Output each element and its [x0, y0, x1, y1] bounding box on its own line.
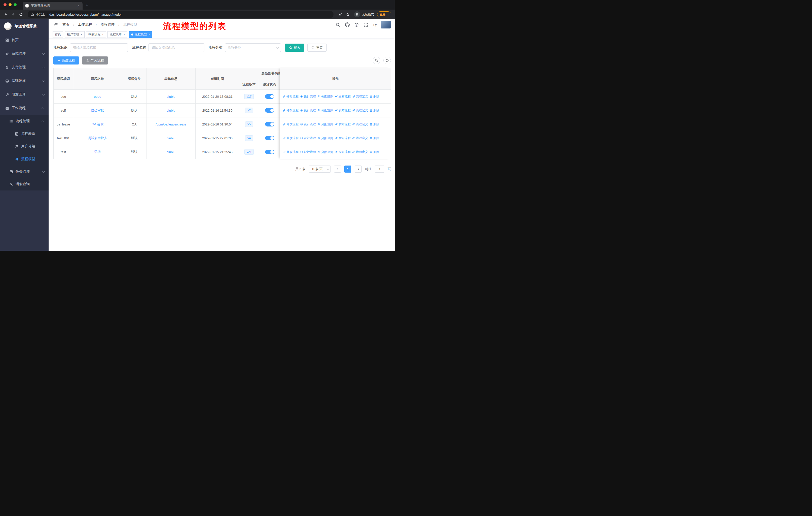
status-toggle[interactable] — [265, 108, 274, 113]
sidebar-item-task-management[interactable]: 任务管理 — [0, 165, 49, 178]
user-avatar[interactable] — [381, 21, 391, 28]
reset-button[interactable]: 重置 — [307, 44, 327, 52]
form-info-link[interactable]: biubiu — [167, 150, 175, 154]
action-edit-process-link[interactable]: 修改流程 — [283, 108, 298, 113]
address-bar[interactable]: 不安全 dashboard.yudao.iocoder.cn/bpm/manag… — [28, 11, 334, 18]
close-icon[interactable]: × — [148, 33, 150, 36]
breadcrumb-process-management[interactable]: 流程管理 — [100, 22, 115, 27]
tag-process-form[interactable]: 流程表单× — [108, 31, 127, 38]
action-publish-process-link[interactable]: 发布流程 — [335, 122, 351, 127]
action-assign-rule-link[interactable]: 分配规则 — [317, 108, 333, 113]
status-toggle[interactable] — [265, 136, 274, 140]
action-process-definition-link[interactable]: 流程定义 — [352, 122, 368, 127]
action-design-process-link[interactable]: 设计流程 — [300, 108, 316, 113]
sidebar-item-process-model[interactable]: 流程模型 — [0, 153, 49, 165]
close-icon[interactable]: × — [123, 33, 125, 36]
form-info-link[interactable]: biubiu — [167, 109, 175, 112]
action-edit-process-link[interactable]: 修改流程 — [283, 122, 298, 127]
prev-page-button[interactable] — [334, 166, 341, 172]
sidebar-item-process-form[interactable]: 流程表单 — [0, 128, 49, 140]
action-assign-rule-link[interactable]: 分配规则 — [317, 94, 333, 99]
close-icon[interactable]: × — [81, 33, 82, 36]
sidebar-item-user-group[interactable]: 用户分组 — [0, 140, 49, 153]
site-security[interactable]: 不安全 — [31, 12, 45, 17]
action-design-process-link[interactable]: 设计流程 — [300, 122, 316, 127]
browser-menu-icon[interactable] — [388, 13, 388, 16]
process-id-input[interactable] — [70, 43, 128, 52]
sidebar-item-devtools[interactable]: 研发工具 — [0, 88, 49, 101]
sidebar-item-system[interactable]: 系统管理 — [0, 47, 49, 60]
font-size-icon[interactable]: TT — [373, 23, 377, 27]
process-name-link[interactable]: eeee — [94, 95, 101, 99]
action-publish-process-link[interactable]: 发布流程 — [335, 94, 351, 99]
collapse-sidebar-icon[interactable] — [52, 21, 59, 28]
action-delete-link[interactable]: 删除 — [370, 150, 379, 154]
breadcrumb-workflow[interactable]: 工作流程 — [78, 22, 92, 27]
form-info-link[interactable]: /bpm/oa/leave/create — [155, 123, 186, 126]
action-publish-process-link[interactable]: 发布流程 — [335, 108, 351, 113]
action-process-definition-link[interactable]: 流程定义 — [352, 150, 368, 154]
back-icon[interactable] — [2, 11, 9, 18]
action-delete-link[interactable]: 删除 — [370, 94, 379, 99]
action-delete-link[interactable]: 删除 — [370, 122, 379, 127]
action-edit-process-link[interactable]: 修改流程 — [283, 94, 298, 99]
zoom-window-button[interactable] — [13, 3, 17, 6]
close-icon[interactable]: × — [102, 33, 104, 36]
status-toggle[interactable] — [265, 94, 274, 99]
action-assign-rule-link[interactable]: 分配规则 — [317, 150, 333, 154]
current-page-button[interactable]: 1 — [344, 166, 351, 172]
action-design-process-link[interactable]: 设计流程 — [300, 136, 316, 140]
form-info-link[interactable]: biubiu — [167, 136, 175, 140]
action-process-definition-link[interactable]: 流程定义 — [352, 94, 368, 99]
status-toggle[interactable] — [265, 122, 274, 127]
import-process-button[interactable]: 导入流程 — [82, 56, 108, 64]
process-category-select[interactable]: 流程分类 — [225, 43, 281, 52]
bookmark-star-icon[interactable] — [345, 11, 351, 18]
process-name-link[interactable]: 自己审批 — [91, 108, 104, 112]
action-edit-process-link[interactable]: 修改流程 — [283, 150, 298, 154]
page-size-select[interactable]: 10条/页 — [309, 166, 331, 172]
status-toggle[interactable] — [265, 150, 274, 154]
reload-icon[interactable] — [18, 11, 24, 18]
action-design-process-link[interactable]: 设计流程 — [300, 94, 316, 99]
sidebar-item-infrastructure[interactable]: 基础设施 — [0, 74, 49, 88]
sidebar-item-process-management[interactable]: 流程管理 — [0, 115, 49, 128]
close-window-button[interactable] — [3, 3, 6, 6]
tag-home[interactable]: 首页 — [53, 31, 63, 38]
tag-my-process[interactable]: 我的流程× — [86, 31, 106, 38]
search-icon[interactable] — [336, 22, 341, 27]
process-name-link[interactable]: 测试多审批人 — [88, 136, 108, 140]
sidebar-item-leave-query[interactable]: 请假查询 — [0, 178, 49, 190]
github-icon[interactable] — [345, 22, 350, 27]
action-delete-link[interactable]: 删除 — [370, 108, 379, 113]
show-search-button[interactable] — [373, 57, 380, 64]
fullscreen-icon[interactable] — [364, 22, 369, 27]
form-info-link[interactable]: biubiu — [167, 95, 175, 99]
password-key-icon[interactable] — [337, 11, 344, 18]
tag-process-model[interactable]: 流程模型× — [129, 31, 152, 38]
minimize-window-button[interactable] — [8, 3, 11, 6]
action-edit-process-link[interactable]: 修改流程 — [283, 136, 298, 140]
browser-update-button[interactable]: 更新 — [377, 11, 392, 18]
tab-close-icon[interactable]: × — [77, 4, 80, 8]
action-assign-rule-link[interactable]: 分配规则 — [317, 136, 333, 140]
new-tab-button[interactable]: + — [86, 2, 88, 8]
sidebar-item-payment[interactable]: 支付管理 — [0, 60, 49, 74]
process-name-link[interactable]: 滔博 — [94, 150, 101, 154]
next-page-button[interactable] — [355, 166, 362, 172]
refresh-table-button[interactable] — [383, 57, 391, 64]
sidebar-item-workflow[interactable]: 工作流程 — [0, 101, 49, 115]
sidebar-item-home[interactable]: 首页 — [0, 33, 49, 47]
process-name-input[interactable] — [148, 43, 204, 52]
forward-icon[interactable] — [10, 11, 17, 18]
action-publish-process-link[interactable]: 发布流程 — [335, 136, 351, 140]
goto-page-input[interactable] — [375, 166, 384, 172]
action-publish-process-link[interactable]: 发布流程 — [335, 150, 351, 154]
process-name-link[interactable]: OA 请假 — [92, 122, 104, 126]
tag-tenant-management[interactable]: 租户管理× — [65, 31, 85, 38]
action-process-definition-link[interactable]: 流程定义 — [352, 108, 368, 113]
action-assign-rule-link[interactable]: 分配规则 — [317, 122, 333, 127]
help-icon[interactable]: ? — [354, 22, 359, 27]
breadcrumb-home[interactable]: 首页 — [62, 22, 69, 27]
search-button[interactable]: 搜索 — [285, 44, 304, 52]
